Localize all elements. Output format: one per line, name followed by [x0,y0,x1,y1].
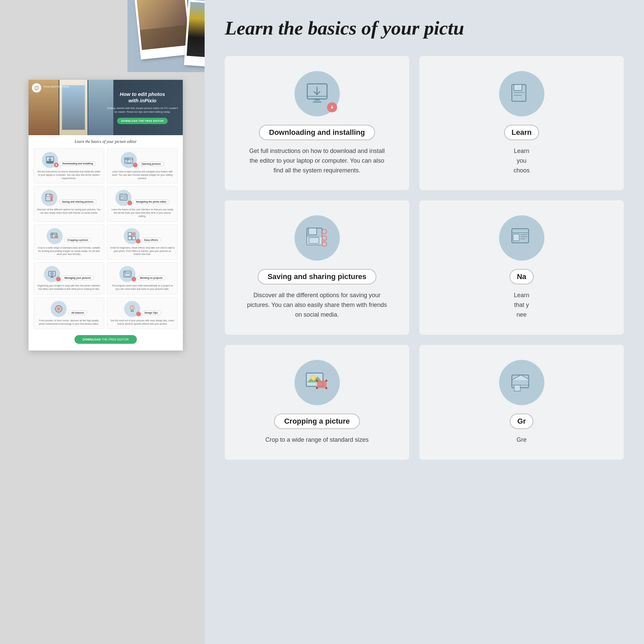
svg-rect-16 [121,197,123,199]
svg-point-58 [322,236,327,240]
download-icon [46,156,54,164]
large-downloading-badge: Downloading and installing [259,125,375,140]
side-card-1[interactable]: Learn Learnyouchoos [419,56,624,190]
opening-red-dot [133,163,138,167]
side-desc-2: Learnthat ynee [514,290,529,319]
effects-icon [127,231,137,241]
opening-desc: Learn here to open pictures and navigate… [110,170,175,180]
effects-red-dot [136,239,141,244]
design-tips-desc: Get the most out of your pictures with e… [110,319,175,326]
save-share-icon [45,193,54,203]
svg-rect-25 [132,236,136,240]
navigate-icon [119,193,128,203]
large-saving-desc: Discover all the different options for s… [247,290,387,319]
email-section-title: Learn the basics of your picture editor [34,139,178,144]
feature-card-opening[interactable]: Opening pictures Learn here to open pict… [107,148,178,183]
feature-card-projects[interactable]: Working on projects The program saves yo… [107,262,178,294]
projects-red-dot [131,277,136,281]
feature-grid-row4: Managing your pictures Organizing your i… [34,262,178,294]
saving-icon-circle [41,190,57,206]
saving-icon-wrap [41,190,57,206]
cropping-icon-wrap [47,228,63,244]
card-row-3: Cropping a picture Crop to a wide range … [225,345,624,460]
manage-icon [47,269,57,279]
cropping-icon-circle [47,228,63,244]
downloading-title: Downloading and installing [59,161,96,166]
side-card-3[interactable]: Gr Gre [419,345,624,460]
feature-grid-row1: Downloading and installing Get full inst… [34,148,178,183]
feature-card-design-tips[interactable]: Design Tips Get the most out of your pic… [107,297,178,329]
svg-point-44 [132,308,132,309]
download-header-button[interactable]: DOWNLOAD THE FREE EDITOR [117,118,167,124]
feature-card-managing[interactable]: Managing your pictures Organizing your i… [34,262,104,294]
large-cropping-badge: Cropping a picture [274,414,360,429]
feature-card-downloading[interactable]: Downloading and installing Get full inst… [34,148,104,183]
navigating-desc: Learn the basics of the user interface s… [110,208,175,218]
projects-title: Working on projects [137,276,166,280]
design-tips-icon-wrap [124,301,140,317]
svg-rect-54 [309,228,317,235]
feature-card-effects[interactable]: Easy effects Great for beginners, these … [107,224,178,260]
large-saving-icon-circle [294,215,340,261]
crop-icon [50,231,59,241]
svg-point-59 [322,242,327,247]
email-header-title: How to edit photoswith inPixio [105,91,179,104]
svg-point-73 [325,380,327,382]
large-downloading-desc: Get full instructions on how to download… [247,146,387,175]
feature-card-all-features[interactable]: All features From presets, to tone curve… [34,297,104,329]
effects-desc: Great for beginners, these effects only … [110,246,175,256]
svg-point-28 [51,273,52,274]
side-card-3-icon [509,370,534,395]
downloading-desc: Get full instructions on how to download… [37,170,101,180]
feature-card-saving[interactable]: Saving and sharing pictures Discover all… [34,186,104,221]
large-download-svg [305,81,330,106]
large-save-svg [304,225,330,252]
design-tips-red-dot [136,312,141,316]
svg-point-75 [325,387,327,389]
cropping-title: Cropping a picture [64,238,91,242]
svg-point-35 [128,271,129,272]
large-saving-badge: Saving and sharing pictures [258,269,377,284]
managing-desc: Organizing your images is easy with this… [37,284,101,291]
download-btn-post: THE FREE EDITOR [102,338,129,341]
side-card-2[interactable]: Na Learnthat ynee [419,200,624,334]
download-bottom-wrap: DOWNLOAD THE FREE EDITOR [34,332,178,349]
svg-rect-64 [513,234,519,241]
large-crop-svg [304,369,330,396]
svg-point-74 [316,387,318,389]
managing-red-dot [56,277,61,281]
side-badge-2: Na [509,269,534,284]
design-tips-title: Design Tips [142,311,161,315]
all-features-desc: From presets, to tone curves, discover a… [37,319,101,326]
feature-card-cropping[interactable]: Cropping a picture Crop to a wide range … [34,224,104,260]
email-logo: ⬡ [32,83,41,93]
navigating-red-dot [127,201,132,205]
card-row-2: Saving and sharing pictures Discover all… [225,200,624,334]
svg-point-72 [316,380,318,382]
side-card-2-icon [509,225,534,251]
email-container: ⬡ Photo EDITOR FREE How to edit photoswi… [29,80,183,351]
large-card-saving[interactable]: Saving and sharing pictures Discover all… [225,200,409,334]
email-header: ⬡ Photo EDITOR FREE How to edit photoswi… [29,80,183,135]
card-row-1: Downloading and installing Get full inst… [225,56,624,190]
download-red-dot [54,163,59,167]
large-card-downloading[interactable]: Downloading and installing Get full inst… [225,56,409,190]
side-desc-3: Gre [517,435,527,445]
large-cropping-desc: Crop to a wide range of standard sizes [265,435,369,445]
projects-icon [123,269,132,279]
large-card-cropping[interactable]: Cropping a picture Crop to a wide range … [225,345,409,460]
svg-rect-78 [514,385,520,391]
large-download-icon-circle [294,71,340,116]
all-features-icon-circle [51,301,67,317]
svg-rect-22 [128,232,131,236]
side-icon-circle-3 [499,360,544,405]
all-features-title: All features [68,311,87,315]
side-badge-3: Gr [510,414,533,429]
navigating-icon-wrap [115,190,131,206]
svg-rect-10 [47,194,50,197]
feature-card-navigating[interactable]: Navigating the photo editor Learn the ba… [107,186,178,221]
svg-point-34 [126,271,127,272]
navigating-title: Navigating the photo editor [133,200,169,204]
download-bottom-button[interactable]: DOWNLOAD THE FREE EDITOR [74,335,137,344]
right-panel: Learn the basics of your pictu Downloadi… [205,0,644,644]
